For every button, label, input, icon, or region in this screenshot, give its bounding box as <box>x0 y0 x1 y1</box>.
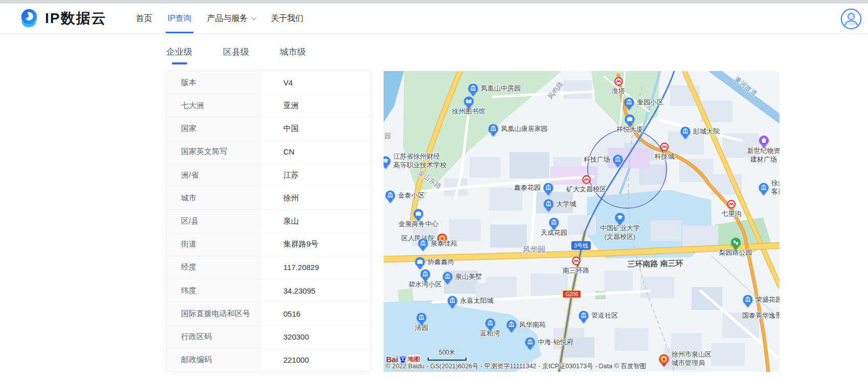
map-poi-凤凰山中房园[interactable]: 凤凰山中房园 <box>468 83 521 94</box>
map-poi-彭城大院[interactable]: 彭城大院 <box>680 126 720 137</box>
poi-label: 七里沟 <box>722 210 742 218</box>
poi-label: 大学城 <box>557 200 576 209</box>
map-poi-荣盛花园[interactable]: 荣盛花园 <box>742 294 780 305</box>
info-label: 城市 <box>167 187 262 209</box>
tab-区县级[interactable]: 区县级 <box>223 46 249 64</box>
info-value: CN <box>262 141 370 163</box>
map-poi-管道社区[interactable]: 管道社区 <box>578 310 618 321</box>
map-poi-中国矿业大学[interactable]: 中国矿业大学(文昌校区) <box>600 212 640 241</box>
map-poi-七里沟[interactable]: 七里沟 <box>722 199 742 218</box>
info-row: 纬度34.23095 <box>167 279 370 302</box>
user-avatar[interactable] <box>840 8 862 30</box>
nav-item-label: 首页 <box>136 13 152 24</box>
window-top-strip <box>0 0 868 4</box>
info-label: 国际直拨电话和区号 <box>167 302 262 325</box>
map-poi-徐州图书馆[interactable]: 徐州图书馆 <box>452 96 485 116</box>
map-poi-中海·铂悦府[interactable]: 中海·铂悦府 <box>524 337 573 348</box>
tab-active-bar <box>285 62 301 64</box>
building-pin-icon <box>419 269 431 280</box>
map-poi-永嘉太阳城[interactable]: 永嘉太阳城 <box>447 295 494 306</box>
building-pin-icon <box>484 318 496 329</box>
school-pin-icon <box>614 212 626 224</box>
metro-station-icon <box>727 199 737 209</box>
map-poi-科技城[interactable]: 科技城 <box>655 142 675 161</box>
main-nav: 首页IP查询产品与服务关于我们 <box>128 4 311 33</box>
info-value: 117.20829 <box>262 256 370 279</box>
poi-label: 徐州市泉山区城市管理局 <box>672 350 711 368</box>
poi-label: 江苏省徐州财经高等职业技术学校 <box>393 152 447 170</box>
info-row: 经度117.20829 <box>167 256 370 279</box>
map-poi-泉泰佳苑[interactable]: 泉泰佳苑 <box>417 238 457 249</box>
map-poi-奎园小区[interactable]: 奎园小区 <box>624 97 663 108</box>
nav-item-首页[interactable]: 首页 <box>128 4 160 33</box>
map-scale-label: 500米 <box>428 348 466 357</box>
map-attribution: © 2022 Baidu - GS(2021)6026号 - 甲测资字11111… <box>386 362 646 371</box>
info-value: 徐州 <box>262 187 370 209</box>
map-poi-协鑫鑫尚[interactable]: 协鑫鑫尚 <box>414 256 454 268</box>
poi-label: 新世纪物资建材广场 <box>747 147 780 164</box>
info-row: 洲/省江苏 <box>167 164 370 187</box>
tab-label: 区县级 <box>223 46 249 58</box>
poi-label: 科技城 <box>655 152 675 161</box>
map-poi-风华南苑[interactable]: 风华南苑 <box>506 319 546 330</box>
map-poi-矿大文昌校区[interactable]: 矿大文昌校区 <box>566 175 606 194</box>
nav-item-关于我们[interactable]: 关于我们 <box>263 4 311 33</box>
map-poi-天成花园[interactable]: 天成花园 <box>541 217 567 237</box>
poi-label: 荣盛花园 <box>755 296 780 304</box>
office-pin-icon <box>413 208 424 219</box>
map-poi-碧水湾小区[interactable]: 碧水湾小区 <box>409 269 442 289</box>
logo-text: IP数据云 <box>45 9 106 28</box>
map-poi-鑫泰花园[interactable]: 鑫泰花园 <box>514 182 554 193</box>
tab-active-bar <box>229 62 244 64</box>
map-poi-江苏省徐州财经[interactable]: 江苏省徐州财经高等职业技术学校 <box>384 152 447 170</box>
info-label: 经度 <box>167 256 262 279</box>
map-poi-蓝柏湾[interactable]: 蓝柏湾 <box>480 318 500 338</box>
building-pin-icon <box>612 154 624 165</box>
building-pin-icon <box>543 198 554 210</box>
info-row: 行政区码320300 <box>167 326 370 349</box>
map-poi-徐州[interactable]: 徐州客运 <box>758 179 780 196</box>
poi-label: 泉山美墅 <box>455 273 482 281</box>
map-poi-淮塔[interactable]: 淮塔 <box>612 77 625 96</box>
nav-item-IP查询[interactable]: IP查询 <box>160 4 199 33</box>
info-label: 七大洲 <box>167 94 262 117</box>
poi-label: 泉泰佳苑 <box>431 239 457 248</box>
nav-item-label: IP查询 <box>167 13 191 24</box>
mall-pin-icon <box>758 135 769 146</box>
site-logo[interactable]: IP数据云 <box>17 7 106 30</box>
level-tabs: 企业级区县级城市级 <box>166 46 337 64</box>
baidu-map[interactable]: 凤鸣路金山东路黄河故道三环南路 南三环风华园园3号线G206 凤凰山中房园徐州图… <box>384 71 780 372</box>
info-value: 320300 <box>262 326 370 348</box>
map-poi-新世纪物资[interactable]: 新世纪物资建材广场 <box>747 135 780 164</box>
site-header: IP数据云 首页IP查询产品与服务关于我们 <box>0 4 868 34</box>
nav-item-label: 关于我们 <box>271 13 304 24</box>
info-row: 街道集群路9号 <box>167 233 370 256</box>
info-value: 江苏 <box>262 164 370 186</box>
map-poi-大学城[interactable]: 大学城 <box>543 198 576 210</box>
poi-label: 永嘉太阳城 <box>460 297 494 305</box>
map-poi-科技广场[interactable]: 科技广场 <box>584 154 624 165</box>
info-row: 七大洲亚洲 <box>167 94 370 117</box>
map-poi-国泰菁华逸景[interactable]: 国泰菁华逸景 <box>742 310 780 321</box>
park-pin-icon <box>730 237 741 248</box>
building-pin-icon <box>624 97 635 108</box>
map-scale-bar <box>428 358 466 361</box>
info-value: 34.23095 <box>262 279 370 302</box>
map-poi-泉山美墅[interactable]: 泉山美墅 <box>442 271 482 282</box>
poi-label: 淮塔 <box>612 87 625 96</box>
nav-item-产品与服务[interactable]: 产品与服务 <box>199 4 263 33</box>
tab-城市级[interactable]: 城市级 <box>280 46 306 64</box>
map-poi-南三环路[interactable]: 南三环路 <box>563 256 589 275</box>
map-poi-清园[interactable]: 清园 <box>415 312 428 332</box>
building-pin-icon <box>680 126 691 137</box>
map-poi-凤凰山康居家园[interactable]: 凤凰山康居家园 <box>488 123 548 135</box>
tab-label: 城市级 <box>280 46 306 58</box>
map-poi-金泰小区[interactable]: 金泰小区 <box>385 190 425 201</box>
map-poi-金泉商务中心[interactable]: 金泉商务中心 <box>398 208 438 229</box>
map-poi-梨园路公园[interactable]: 梨园路公园 <box>719 237 752 257</box>
poi-layer: 凤凰山中房园徐州图书馆凤凰山康居家园江苏省徐州财经高等职业技术学校淮塔奎园小区祥… <box>384 71 780 372</box>
tab-企业级[interactable]: 企业级 <box>166 46 192 64</box>
info-row: 版本V4 <box>167 71 370 94</box>
map-poi-祥悦大厦[interactable]: 祥悦大厦 <box>616 114 643 134</box>
map-poi-徐州市泉山区[interactable]: 徐州市泉山区城市管理局 <box>658 350 711 368</box>
